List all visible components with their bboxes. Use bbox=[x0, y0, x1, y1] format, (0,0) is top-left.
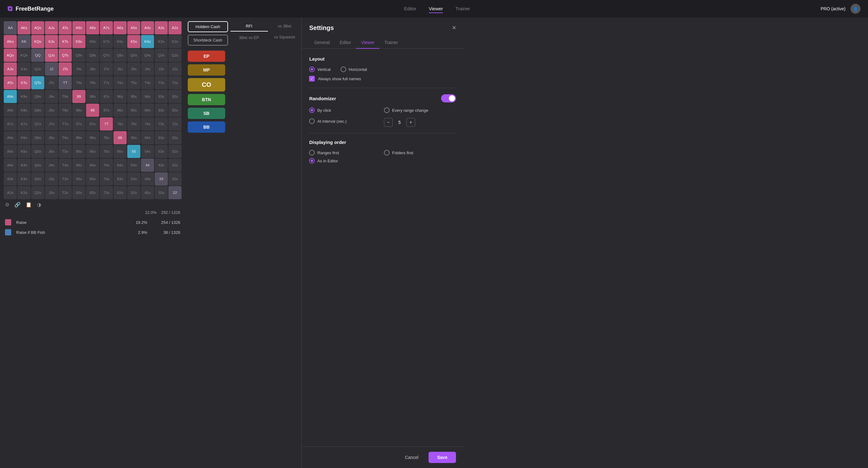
settings-tool-icon[interactable]: ⚙ bbox=[5, 202, 9, 208]
matrix-cell[interactable]: 92o bbox=[72, 186, 86, 199]
matrix-cell[interactable]: AQo bbox=[4, 49, 17, 62]
matrix-cell[interactable]: 63o bbox=[114, 172, 127, 185]
matrix-cell[interactable]: T3s bbox=[155, 76, 168, 89]
matrix-cell[interactable]: J4s bbox=[141, 62, 154, 76]
position-mp-btn[interactable]: MP bbox=[188, 64, 225, 76]
matrix-cell[interactable]: 62s bbox=[168, 131, 182, 144]
matrix-cell[interactable]: 72o bbox=[100, 186, 113, 199]
matrix-cell[interactable]: 54o bbox=[127, 158, 141, 172]
matrix-cell[interactable]: Q9s bbox=[72, 49, 86, 62]
matrix-cell[interactable]: KK bbox=[18, 35, 31, 48]
shortdeck-cash-btn[interactable]: Shortdeck Cash bbox=[188, 35, 228, 46]
order-ranges-first-option[interactable]: Ranges first bbox=[309, 150, 381, 155]
matrix-cell[interactable]: K4s bbox=[141, 35, 154, 48]
matrix-cell[interactable]: 43o bbox=[141, 172, 154, 185]
nav-editor[interactable]: Editor bbox=[404, 5, 416, 13]
export-icon[interactable]: 🔗 bbox=[14, 202, 21, 208]
matrix-cell[interactable]: 98o bbox=[72, 104, 86, 117]
randomizer-toggle[interactable] bbox=[441, 94, 456, 103]
matrix-cell[interactable]: Q3s bbox=[155, 49, 168, 62]
matrix-cell[interactable]: T9o bbox=[59, 90, 72, 103]
matrix-cell[interactable]: 75o bbox=[100, 145, 113, 158]
matrix-cell[interactable]: 52s bbox=[168, 145, 182, 158]
matrix-cell[interactable]: 76o bbox=[100, 131, 113, 144]
matrix-cell[interactable]: J6o bbox=[45, 131, 58, 144]
matrix-cell[interactable]: AQs bbox=[31, 21, 44, 34]
matrix-cell[interactable]: J9o bbox=[45, 90, 58, 103]
matrix-cell[interactable]: 84s bbox=[141, 104, 154, 117]
order-as-in-editor-radio[interactable] bbox=[309, 158, 315, 164]
matrix-cell[interactable]: T6o bbox=[59, 131, 72, 144]
matrix-cell[interactable]: A3o bbox=[4, 172, 17, 185]
matrix-cell[interactable]: Q4o bbox=[31, 158, 44, 172]
matrix-cell[interactable]: 43s bbox=[155, 158, 168, 172]
settings-tab-editor[interactable]: Editor bbox=[335, 37, 356, 49]
matrix-cell[interactable]: A2o bbox=[4, 186, 17, 199]
matrix-cell[interactable]: J5s bbox=[127, 62, 141, 76]
matrix-cell[interactable]: KJo bbox=[18, 62, 31, 76]
matrix-cell[interactable]: Q5s bbox=[127, 49, 141, 62]
position-bb-btn[interactable]: BB bbox=[188, 121, 225, 133]
matrix-cell[interactable]: T7s bbox=[100, 76, 113, 89]
matrix-cell[interactable]: KTs bbox=[59, 35, 72, 48]
matrix-cell[interactable]: J4o bbox=[45, 158, 58, 172]
matrix-cell[interactable]: T2s bbox=[168, 76, 182, 89]
action-rfi-btn[interactable]: RFI bbox=[230, 21, 268, 32]
matrix-cell[interactable]: Q7s bbox=[100, 49, 113, 62]
matrix-cell[interactable]: 88 bbox=[86, 104, 99, 117]
matrix-cell[interactable]: Q8o bbox=[31, 104, 44, 117]
matrix-cell[interactable]: A8o bbox=[4, 104, 17, 117]
matrix-cell[interactable]: K7s bbox=[100, 35, 113, 48]
matrix-cell[interactable]: A3s bbox=[155, 21, 168, 34]
matrix-cell[interactable]: QQ bbox=[31, 49, 44, 62]
matrix-cell[interactable]: 63s bbox=[155, 131, 168, 144]
randomizer-interval-option[interactable]: At interval (sec.) bbox=[309, 116, 381, 127]
settings-tab-viewer[interactable]: Viewer bbox=[356, 37, 379, 49]
matrix-cell[interactable]: 73o bbox=[100, 172, 113, 185]
avatar[interactable]: 👤 bbox=[850, 4, 861, 14]
matrix-cell[interactable]: 53s bbox=[155, 145, 168, 158]
matrix-cell[interactable]: A9o bbox=[4, 90, 17, 103]
matrix-cell[interactable]: 87s bbox=[100, 104, 113, 117]
copy-icon[interactable]: 📋 bbox=[26, 202, 32, 208]
matrix-cell[interactable]: AA bbox=[4, 21, 17, 34]
matrix-cell[interactable]: A7s bbox=[100, 21, 113, 34]
settings-tab-trainer[interactable]: Trainer bbox=[379, 37, 403, 49]
randomizer-interval-radio[interactable] bbox=[309, 118, 315, 124]
matrix-cell[interactable]: 85s bbox=[127, 104, 141, 117]
matrix-cell[interactable]: A6o bbox=[4, 131, 17, 144]
position-co-btn[interactable]: CO bbox=[188, 78, 225, 91]
matrix-cell[interactable]: 75s bbox=[127, 117, 141, 130]
matrix-cell[interactable]: J8s bbox=[86, 62, 99, 76]
matrix-cell[interactable]: 66 bbox=[114, 131, 127, 144]
randomizer-by-click-option[interactable]: By click bbox=[309, 108, 381, 113]
matrix-cell[interactable]: ATs bbox=[59, 21, 72, 34]
matrix-cell[interactable]: T4s bbox=[141, 76, 154, 89]
matrix-cell[interactable]: K3o bbox=[18, 172, 31, 185]
matrix-cell[interactable]: K7o bbox=[18, 117, 31, 130]
matrix-cell[interactable]: K8s bbox=[86, 35, 99, 48]
matrix-cell[interactable]: 85o bbox=[86, 145, 99, 158]
matrix-cell[interactable]: 93s bbox=[155, 90, 168, 103]
matrix-cell[interactable]: Q9o bbox=[31, 90, 44, 103]
matrix-cell[interactable]: K2o bbox=[18, 186, 31, 199]
contrast-icon[interactable]: ◑ bbox=[37, 202, 41, 208]
vs-squeeze-btn[interactable]: vs Squeeze bbox=[268, 32, 302, 42]
matrix-cell[interactable]: TT bbox=[59, 76, 72, 89]
matrix-cell[interactable]: T8o bbox=[59, 104, 72, 117]
order-folders-first-radio[interactable] bbox=[384, 150, 390, 155]
randomizer-by-click-radio[interactable] bbox=[309, 108, 315, 113]
matrix-cell[interactable]: 74o bbox=[100, 158, 113, 172]
matrix-cell[interactable]: 62o bbox=[114, 186, 127, 199]
matrix-cell[interactable]: JTo bbox=[45, 76, 58, 89]
position-btn-btn[interactable]: BTN bbox=[188, 94, 225, 105]
matrix-cell[interactable]: A5s bbox=[127, 21, 141, 34]
matrix-cell[interactable]: QTo bbox=[31, 76, 44, 89]
matrix-cell[interactable]: A7o bbox=[4, 117, 17, 130]
matrix-cell[interactable]: K6o bbox=[18, 131, 31, 144]
matrix-cell[interactable]: KQs bbox=[31, 35, 44, 48]
matrix-cell[interactable]: 42o bbox=[141, 186, 154, 199]
matrix-cell[interactable]: 55 bbox=[127, 145, 141, 158]
matrix-cell[interactable]: A4o bbox=[4, 158, 17, 172]
matrix-cell[interactable]: 42s bbox=[168, 158, 182, 172]
